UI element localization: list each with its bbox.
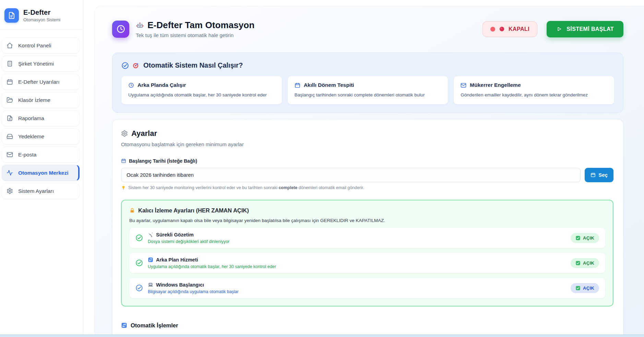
- monitoring-toggle-row[interactable]: Windows BaşlangıcıBilgisayar açıldığında…: [129, 278, 605, 298]
- page-subtitle: Tek tuş ile tüm sistemi otomatik hale ge…: [136, 32, 254, 38]
- check-circle-icon: [135, 284, 143, 292]
- sidebar-item-label: Otomasyon Merkezi: [18, 170, 68, 176]
- sidebar: E-Defter Otomasyon Sistemi Kontrol Panel…: [0, 0, 83, 337]
- how-card-title: Akıllı Dönem Tespiti: [304, 82, 354, 88]
- satellite-emoji-icon: [148, 232, 153, 237]
- mail-icon: [7, 151, 13, 158]
- sidebar-item-raporlama[interactable]: Raporlama: [2, 110, 80, 126]
- check-square-icon: [575, 260, 581, 266]
- refresh-square-emoji-icon: [148, 257, 153, 263]
- toggle-state-label: AÇIK: [583, 260, 594, 266]
- check-square-icon: [575, 235, 581, 241]
- toggle-title: Arka Plan Hizmeti: [156, 257, 198, 263]
- sidebar-item-label: Şirket Yönetimi: [18, 61, 54, 67]
- sidebar-item-e-defter-uyar-lar-[interactable]: E-Defter Uyarıları: [2, 74, 80, 90]
- start-system-button[interactable]: SİSTEMİ BAŞLAT: [547, 21, 623, 37]
- sidebar-item--irket-y-netimi[interactable]: Şirket Yönetimi: [2, 56, 80, 72]
- how-card: Mükerrer EngellemeGönderilen emailler ka…: [454, 76, 614, 104]
- toggle-state-badge[interactable]: AÇIK: [571, 258, 599, 268]
- status-badge: KAPALI: [482, 21, 537, 37]
- home-icon: [7, 42, 13, 49]
- check-circle-icon: [121, 62, 129, 69]
- laptop-emoji-icon: [148, 282, 153, 288]
- monitoring-toggle-row[interactable]: Sürekli GözetimDosya sistemi değişiklikl…: [129, 228, 605, 248]
- start-date-input[interactable]: [121, 168, 581, 182]
- check-square-icon: [575, 286, 581, 291]
- app-subtitle: Otomasyon Sistemi: [23, 18, 60, 22]
- date-pick-button[interactable]: Seç: [585, 168, 613, 182]
- monitoring-toggle-list: Sürekli GözetimDosya sistemi değişiklikl…: [129, 228, 605, 298]
- toggle-state-label: AÇIK: [583, 286, 594, 291]
- automation-header-iconbox: [112, 21, 129, 38]
- app-title: E-Defter: [23, 9, 60, 16]
- gear-emoji-icon: [121, 130, 128, 137]
- play-icon: [556, 26, 562, 32]
- auto-operations-title: Otomatik İşlemler: [131, 322, 178, 329]
- sidebar-divider: [0, 30, 83, 30]
- toggle-state-badge[interactable]: AÇIK: [571, 233, 599, 243]
- permanent-monitoring-description: Bu ayarlar, uygulamanın kapalı olsa bile…: [129, 218, 605, 223]
- permanent-monitoring-title: Kalıcı İzleme Ayarları (HER ZAMAN AÇIK): [138, 207, 249, 214]
- how-it-works-title: Otomatik Sistem Nasıl Çalışır?: [143, 61, 243, 69]
- how-card-description: Uygulama açıldığında otomatik başlar, he…: [128, 92, 275, 99]
- sidebar-item-otomasyon-merkezi[interactable]: Otomasyon Merkezi: [2, 165, 80, 181]
- activity-icon: [7, 170, 13, 176]
- how-card: Akıllı Dönem TespitiBaşlangıç tarihinden…: [288, 76, 448, 104]
- sidebar-item-label: E-posta: [18, 152, 36, 158]
- how-it-works-cards: Arka Planda ÇalışırUygulama açıldığında …: [121, 76, 614, 104]
- sidebar-item-label: Yedekleme: [18, 133, 44, 140]
- how-card-title: Arka Planda Çalışır: [138, 82, 186, 88]
- main-panel: E-Defter Tam Otomasyon Tek tuş ile tüm s…: [95, 6, 644, 337]
- sidebar-item-label: Klasör İzleme: [18, 97, 50, 103]
- start-date-label: Başlangıç Tarihi (İsteğe Bağlı): [121, 158, 613, 164]
- lock-emoji-icon: [129, 208, 135, 213]
- calendar-icon: [7, 79, 13, 85]
- sidebar-menu: Kontrol PaneliŞirket YönetimiE-Defter Uy…: [0, 37, 83, 199]
- sidebar-item-sistem-ayarlar-[interactable]: Sistem Ayarları: [2, 183, 80, 199]
- toggle-state-badge[interactable]: AÇIK: [571, 283, 599, 293]
- how-card-description: Başlangıç tarihinden sonraki complete dö…: [295, 92, 441, 99]
- sidebar-item-label: Sistem Ayarları: [18, 188, 54, 194]
- how-card-title: Mükerrer Engelleme: [470, 82, 521, 88]
- sidebar-item-label: Raporlama: [18, 115, 44, 121]
- app-brand: E-Defter Otomasyon Sistemi: [0, 0, 83, 30]
- monitoring-toggle-row[interactable]: Arka Plan HizmetiUygulama açıldığında ot…: [129, 253, 605, 273]
- check-circle-icon: [135, 259, 143, 267]
- refresh-square-emoji-icon: [121, 322, 127, 328]
- red-circle-emoji-icon: [499, 26, 505, 32]
- sidebar-item-yedekleme[interactable]: Yedekleme: [2, 128, 80, 144]
- settings-subtitle: Otomasyonu başlatmak için gereken minimu…: [121, 141, 613, 147]
- page-header: E-Defter Tam Otomasyon Tek tuş ile tüm s…: [112, 20, 623, 38]
- sidebar-item-kontrol-paneli[interactable]: Kontrol Paneli: [2, 37, 80, 54]
- folder-icon: [7, 97, 13, 103]
- date-pick-label: Seç: [598, 172, 608, 178]
- status-dot: [490, 27, 495, 32]
- calendar-emoji-icon: [121, 158, 126, 163]
- bottom-strip: [0, 335, 644, 337]
- backup-icon: [7, 133, 13, 140]
- calendar-icon: [295, 82, 300, 88]
- document-icon: [8, 11, 16, 20]
- target-emoji-icon: [132, 62, 139, 69]
- toggle-description: Uygulama açıldığında otomatik başlar, he…: [148, 264, 571, 269]
- toggle-title: Sürekli Gözetim: [156, 232, 194, 237]
- settings-card: Ayarlar Otomasyonu başlatmak için gereke…: [112, 119, 623, 337]
- permanent-monitoring-panel: Kalıcı İzleme Ayarları (HER ZAMAN AÇIK) …: [121, 200, 613, 306]
- toggle-description: Dosya sistemi değişiklikleri aktif dinle…: [148, 239, 571, 244]
- page-title: E-Defter Tam Otomasyon: [147, 20, 254, 31]
- clock-icon: [116, 24, 126, 34]
- start-system-label: SİSTEMİ BAŞLAT: [567, 26, 614, 32]
- gear-icon: [7, 188, 13, 194]
- calendar-icon: [591, 172, 596, 177]
- settings-title: Ayarlar: [131, 129, 157, 138]
- date-hint: Sistem her 30 saniyede monitoring verile…: [121, 185, 613, 190]
- status-label: KAPALI: [509, 26, 529, 32]
- sidebar-item-e-posta[interactable]: E-posta: [2, 147, 80, 163]
- building-icon: [7, 60, 13, 67]
- toggle-description: Bilgisayar açıldığında uygulama otomatik…: [148, 289, 571, 294]
- app-logo: [4, 8, 19, 23]
- sidebar-item-klas-r-i-zleme[interactable]: Klasör İzleme: [2, 92, 80, 108]
- mail-icon: [461, 82, 466, 88]
- toggle-state-label: AÇIK: [583, 235, 594, 241]
- toggle-title: Windows Başlangıcı: [156, 282, 204, 288]
